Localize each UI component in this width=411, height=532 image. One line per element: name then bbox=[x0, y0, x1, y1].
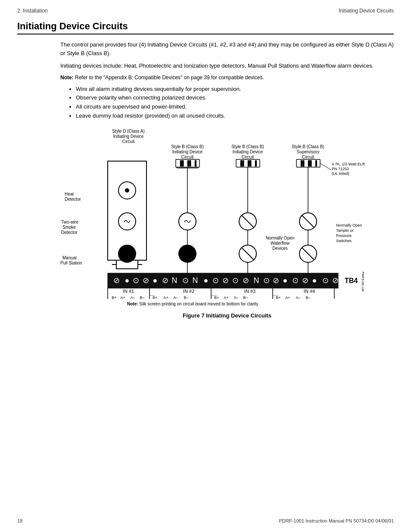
svg-text:IN #4: IN #4 bbox=[304, 289, 315, 294]
svg-text:A–: A– bbox=[296, 296, 300, 300]
svg-text:A+: A+ bbox=[224, 296, 228, 300]
svg-point-24 bbox=[125, 188, 129, 193]
svg-text:⊘: ⊘ bbox=[273, 276, 279, 285]
svg-text:A–: A– bbox=[234, 296, 238, 300]
svg-text:B+: B+ bbox=[214, 296, 219, 300]
svg-text:A+: A+ bbox=[285, 296, 290, 300]
svg-text:⊙: ⊙ bbox=[212, 276, 219, 285]
svg-text:Two-wire: Two-wire bbox=[61, 220, 78, 224]
svg-text:⊙: ⊙ bbox=[232, 276, 239, 285]
figure-caption: Figure 7 Initiating Device Circuits bbox=[60, 312, 394, 319]
svg-text:⊘: ⊘ bbox=[302, 276, 308, 285]
diagram-svg: Style D (Class A) Initiating Device Circ… bbox=[60, 127, 371, 309]
diagram-container: Style D (Class A) Initiating Device Circ… bbox=[60, 127, 394, 319]
svg-text:●: ● bbox=[153, 276, 158, 285]
svg-text:●: ● bbox=[312, 276, 317, 285]
svg-text:Devices: Devices bbox=[272, 246, 288, 251]
svg-text:B+: B+ bbox=[276, 296, 280, 300]
svg-line-53 bbox=[242, 215, 254, 227]
bullet-list: Wire all alarm initiating devices sequen… bbox=[69, 85, 394, 121]
svg-text:B–: B– bbox=[305, 296, 310, 300]
header-left: 2. Installation bbox=[17, 8, 48, 14]
page-footer: 18 PDRP-1001 Instruction Manual PN 50734… bbox=[0, 518, 411, 523]
svg-text:Waterflow: Waterflow bbox=[271, 241, 290, 246]
svg-line-69 bbox=[302, 248, 314, 260]
svg-text:Style B (Class B): Style B (Class B) bbox=[231, 144, 264, 149]
paragraph-2: Initiating devices include: Heat, Photoe… bbox=[60, 62, 394, 70]
svg-text:PAR3-idc.cdr: PAR3-idc.cdr bbox=[361, 271, 365, 292]
bullet-2: Observe polarity when connecting polariz… bbox=[76, 93, 394, 103]
note-content: Refer to the "Appendix B: Compatible Dev… bbox=[75, 75, 264, 81]
svg-text:⊙: ⊙ bbox=[292, 276, 299, 285]
svg-text:B–: B– bbox=[243, 296, 248, 300]
svg-text:⊘: ⊘ bbox=[143, 276, 149, 285]
svg-text:⊘: ⊘ bbox=[162, 276, 168, 285]
svg-text:TB4: TB4 bbox=[345, 277, 358, 284]
svg-text:Pull Station: Pull Station bbox=[60, 261, 82, 265]
svg-text:Normally Open: Normally Open bbox=[266, 236, 295, 240]
body-indent: The control panel provides four (4) Init… bbox=[60, 40, 394, 121]
svg-text:Tamper or: Tamper or bbox=[336, 228, 354, 233]
svg-text:▐▌▐▌▐: ▐▌▐▌▐ bbox=[178, 160, 197, 167]
svg-text:A+: A+ bbox=[120, 296, 125, 300]
svg-text:⊙: ⊙ bbox=[182, 276, 189, 285]
svg-text:⊘: ⊘ bbox=[332, 276, 339, 285]
svg-text:⊘: ⊘ bbox=[222, 276, 229, 285]
svg-text:Detector: Detector bbox=[65, 197, 81, 202]
svg-text:N: N bbox=[172, 276, 177, 285]
svg-text:A–: A– bbox=[130, 296, 135, 300]
svg-text:Circuit: Circuit bbox=[242, 155, 254, 159]
svg-text:⊘: ⊘ bbox=[113, 276, 120, 285]
svg-line-55 bbox=[242, 248, 254, 260]
svg-text:Note: Silk screen printing on : Note: Silk screen printing on circuit bo… bbox=[127, 302, 258, 306]
svg-text:IN #2: IN #2 bbox=[183, 289, 194, 294]
svg-text:B+: B+ bbox=[153, 296, 157, 300]
bullet-4: Leave dummy load resistor (provided) on … bbox=[76, 112, 394, 121]
svg-text:●: ● bbox=[125, 276, 130, 285]
svg-text:▐▌▐▌▐: ▐▌▐▌▐ bbox=[299, 160, 318, 167]
svg-text:Initiating Device: Initiating Device bbox=[113, 134, 144, 139]
note-label: Note: bbox=[60, 75, 74, 81]
svg-text:Heat: Heat bbox=[65, 192, 74, 196]
svg-text:Pressure: Pressure bbox=[336, 233, 352, 238]
header-right: Initiating Device Circuits bbox=[339, 8, 394, 14]
svg-point-43 bbox=[179, 245, 196, 262]
page-content: Initiating Device Circuits The control p… bbox=[0, 16, 411, 332]
svg-text:⊙: ⊙ bbox=[322, 276, 329, 285]
svg-text:Circuit: Circuit bbox=[302, 155, 314, 159]
svg-text:Circuit: Circuit bbox=[122, 139, 135, 144]
svg-text:B–: B– bbox=[184, 296, 188, 300]
page-header: 2. Installation Initiating Device Circui… bbox=[0, 0, 411, 16]
svg-text:Normally Open: Normally Open bbox=[336, 223, 362, 227]
svg-text:●: ● bbox=[283, 276, 288, 285]
svg-text:A+: A+ bbox=[163, 296, 168, 300]
svg-text:Circuit: Circuit bbox=[181, 155, 194, 159]
paragraph-1: The control panel provides four (4) Init… bbox=[60, 40, 394, 57]
svg-text:●: ● bbox=[204, 276, 209, 285]
svg-text:N: N bbox=[193, 276, 198, 285]
svg-text:⊙: ⊙ bbox=[263, 276, 270, 285]
svg-text:4.7K, 1/2-Watt ELR: 4.7K, 1/2-Watt ELR bbox=[332, 162, 365, 166]
section-title: Initiating Device Circuits bbox=[17, 21, 394, 34]
svg-text:⊘: ⊘ bbox=[243, 276, 249, 285]
svg-text:Switches: Switches bbox=[336, 239, 352, 243]
svg-text:Initiating Device: Initiating Device bbox=[172, 149, 203, 154]
svg-text:Style B (Class B): Style B (Class B) bbox=[292, 144, 324, 149]
bullet-3: All circuits are supervised and power-li… bbox=[76, 103, 394, 112]
svg-text:PN 71252: PN 71252 bbox=[332, 167, 349, 171]
svg-text:Detector: Detector bbox=[61, 230, 78, 235]
svg-text:Manual: Manual bbox=[62, 255, 77, 260]
svg-line-61 bbox=[320, 163, 331, 170]
svg-text:A–: A– bbox=[173, 296, 178, 300]
svg-text:(UL listed): (UL listed) bbox=[332, 171, 349, 176]
svg-text:Style B (Class B): Style B (Class B) bbox=[171, 144, 204, 149]
svg-text:▐▌▐▌▐: ▐▌▐▌▐ bbox=[239, 160, 257, 167]
svg-text:IN #1: IN #1 bbox=[123, 289, 134, 294]
svg-line-63 bbox=[302, 215, 314, 227]
svg-text:Smoke: Smoke bbox=[62, 225, 76, 230]
svg-text:N: N bbox=[254, 276, 259, 285]
svg-text:Initiating Device: Initiating Device bbox=[233, 149, 263, 154]
bullet-1: Wire all alarm initiating devices sequen… bbox=[76, 85, 394, 94]
note-text: Note: Refer to the "Appendix B: Compatib… bbox=[60, 75, 394, 81]
svg-text:IN #3: IN #3 bbox=[244, 289, 255, 294]
